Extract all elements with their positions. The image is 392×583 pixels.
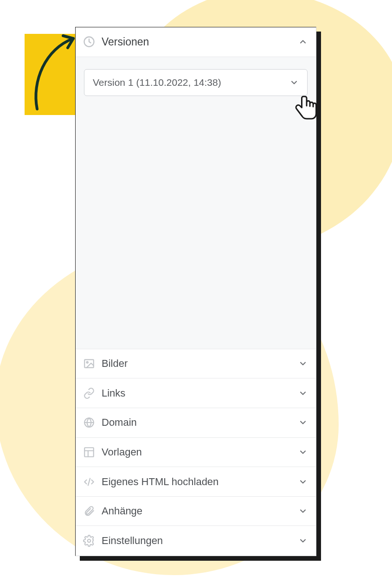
layout-icon bbox=[82, 445, 96, 459]
chevron-down-icon bbox=[298, 359, 308, 368]
svg-rect-5 bbox=[84, 448, 94, 457]
chevron-down-icon bbox=[298, 536, 308, 545]
section-label: Einstellungen bbox=[102, 535, 298, 547]
svg-point-9 bbox=[88, 539, 91, 543]
svg-point-2 bbox=[87, 362, 88, 363]
section-header-links[interactable]: Links bbox=[76, 378, 316, 408]
version-select[interactable]: Version 1 (11.10.2022, 14:38) bbox=[84, 69, 308, 96]
chevron-down-icon bbox=[298, 506, 308, 516]
section-header-versions[interactable]: Versionen bbox=[76, 27, 316, 57]
section-label: Vorlagen bbox=[102, 446, 298, 458]
section-label: Domain bbox=[102, 416, 298, 429]
image-icon bbox=[82, 357, 96, 371]
chevron-down-icon bbox=[298, 477, 308, 487]
link-icon bbox=[82, 386, 96, 400]
section-header-templates[interactable]: Vorlagen bbox=[76, 438, 316, 468]
clock-icon bbox=[82, 35, 96, 49]
section-header-settings[interactable]: Einstellungen bbox=[76, 526, 316, 556]
globe-icon bbox=[82, 416, 96, 429]
version-select-value: Version 1 (11.10.2022, 14:38) bbox=[93, 77, 289, 88]
section-header-images[interactable]: Bilder bbox=[76, 349, 316, 379]
chevron-up-icon bbox=[298, 37, 308, 46]
section-label: Versionen bbox=[102, 36, 298, 48]
chevron-down-icon bbox=[298, 448, 308, 457]
paperclip-icon bbox=[82, 504, 96, 518]
section-header-attachments[interactable]: Anhänge bbox=[76, 497, 316, 526]
chevron-down-icon bbox=[298, 418, 308, 427]
code-icon bbox=[82, 475, 96, 489]
chevron-down-icon bbox=[298, 389, 308, 398]
section-header-html[interactable]: Eigenes HTML hochladen bbox=[76, 467, 316, 497]
section-header-domain[interactable]: Domain bbox=[76, 408, 316, 438]
highlight-marker bbox=[25, 34, 80, 115]
gear-icon bbox=[82, 534, 96, 548]
section-label: Bilder bbox=[102, 358, 298, 370]
chevron-down-icon bbox=[289, 78, 299, 87]
svg-line-8 bbox=[88, 478, 90, 485]
versions-body: Version 1 (11.10.2022, 14:38) bbox=[76, 57, 316, 349]
section-label: Anhänge bbox=[102, 505, 298, 517]
side-panel: Versionen Version 1 (11.10.2022, 14:38) … bbox=[75, 27, 316, 556]
section-label: Links bbox=[102, 387, 298, 399]
section-label: Eigenes HTML hochladen bbox=[102, 476, 298, 488]
